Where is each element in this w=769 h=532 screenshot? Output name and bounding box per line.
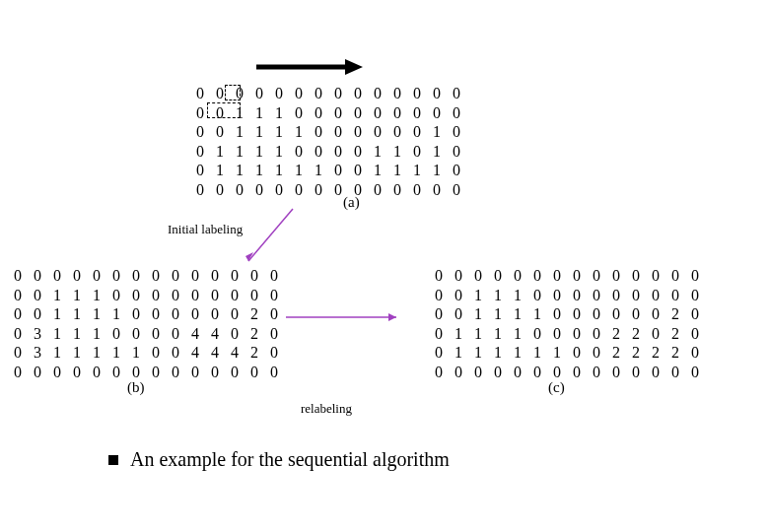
matrix-cell: 0: [348, 142, 368, 162]
matrix-cell: 0: [8, 304, 28, 324]
matrix-cell: 0: [449, 363, 468, 382]
matrix-cell: 1: [106, 304, 126, 324]
matrix-cell: 0: [28, 363, 47, 382]
matrix-cell: 1: [210, 161, 230, 180]
matrix-cell: 0: [447, 180, 466, 200]
matrix-cell: 0: [368, 180, 387, 200]
matrix-cell: 0: [646, 304, 665, 324]
matrix-cell: 2: [606, 324, 626, 344]
matrix-cell: 1: [249, 161, 269, 180]
matrix-cell: 1: [468, 286, 488, 305]
label-c: (c): [548, 379, 565, 396]
matrix-cell: 0: [185, 363, 205, 382]
matrix-cell: 1: [87, 324, 106, 344]
matrix-cell: 2: [665, 324, 685, 344]
matrix-cell: 0: [348, 122, 368, 142]
matrix-cell: 0: [665, 266, 685, 286]
matrix-cell: 0: [508, 363, 527, 382]
matrix-cell: 0: [309, 103, 328, 123]
matrix-cell: 0: [190, 180, 210, 200]
matrix-cell: 0: [67, 363, 87, 382]
matrix-cell: 0: [269, 84, 289, 103]
matrix-cell: 0: [225, 363, 245, 382]
matrix-cell: 0: [685, 266, 705, 286]
matrix-cell: 0: [225, 304, 245, 324]
matrix-cell: 1: [427, 142, 447, 162]
matrix-cell: 0: [567, 363, 587, 382]
matrix-cell: 0: [587, 343, 606, 363]
matrix-cell: 0: [264, 343, 284, 363]
matrix-cell: 0: [249, 84, 269, 103]
matrix-cell: 0: [567, 343, 587, 363]
matrix-cell: 0: [190, 84, 210, 103]
matrix-cell: 0: [249, 180, 269, 200]
matrix-cell: 0: [646, 324, 665, 344]
matrix-cell: 1: [47, 343, 67, 363]
matrix-cell: 4: [205, 343, 225, 363]
matrix-cell: 0: [146, 286, 166, 305]
matrix-cell: 1: [87, 286, 106, 305]
matrix-cell: 1: [309, 161, 328, 180]
relabeling-text: relabeling: [301, 401, 352, 417]
matrix-cell: 0: [166, 266, 185, 286]
matrix-cell: 0: [309, 142, 328, 162]
matrix-cell: 0: [210, 84, 230, 103]
matrix-cell: 0: [429, 324, 449, 344]
matrix-c: 0000000000000000111000000000001111000000…: [429, 266, 705, 382]
matrix-cell: 0: [309, 122, 328, 142]
matrix-cell: 0: [468, 266, 488, 286]
matrix-cell: 1: [468, 304, 488, 324]
matrix-cell: 0: [429, 363, 449, 382]
initial-labeling-text: Initial labeling: [168, 222, 243, 237]
matrix-cell: 1: [508, 324, 527, 344]
matrix-cell: 1: [488, 343, 508, 363]
matrix-cell: 0: [547, 286, 567, 305]
matrix-cell: 0: [368, 103, 387, 123]
matrix-cell: 1: [547, 343, 567, 363]
matrix-cell: 1: [269, 103, 289, 123]
matrix-cell: 0: [685, 363, 705, 382]
matrix-cell: 0: [407, 180, 427, 200]
matrix-cell: 2: [606, 343, 626, 363]
matrix-cell: 1: [427, 161, 447, 180]
matrix-cell: 0: [47, 363, 67, 382]
matrix-cell: 0: [387, 122, 407, 142]
matrix-cell: 0: [166, 304, 185, 324]
bullet-icon: [108, 455, 118, 465]
matrix-cell: 0: [468, 363, 488, 382]
matrix-cell: 0: [264, 286, 284, 305]
matrix-cell: 0: [626, 266, 646, 286]
matrix-cell: 0: [146, 266, 166, 286]
matrix-cell: 0: [407, 84, 427, 103]
matrix-cell: 0: [407, 142, 427, 162]
matrix-cell: 0: [567, 304, 587, 324]
matrix-cell: 0: [626, 363, 646, 382]
matrix-cell: 1: [508, 304, 527, 324]
matrix-cell: 1: [468, 343, 488, 363]
matrix-cell: 0: [106, 266, 126, 286]
matrix-cell: 1: [249, 142, 269, 162]
matrix-cell: 0: [264, 266, 284, 286]
matrix-cell: 1: [407, 161, 427, 180]
matrix-cell: 0: [587, 266, 606, 286]
matrix-cell: 1: [468, 324, 488, 344]
matrix-cell: 0: [289, 103, 309, 123]
matrix-cell: 1: [488, 324, 508, 344]
matrix-cell: 0: [427, 103, 447, 123]
matrix-cell: 0: [185, 266, 205, 286]
svg-line-2: [248, 209, 293, 261]
matrix-cell: 0: [547, 266, 567, 286]
matrix-cell: 2: [245, 324, 264, 344]
matrix-cell: 1: [387, 161, 407, 180]
matrix-cell: 0: [685, 286, 705, 305]
matrix-cell: 0: [245, 286, 264, 305]
matrix-cell: 0: [447, 84, 466, 103]
matrix-cell: 0: [567, 324, 587, 344]
matrix-cell: 0: [87, 266, 106, 286]
matrix-cell: 1: [368, 161, 387, 180]
matrix-cell: 0: [47, 266, 67, 286]
svg-marker-1: [345, 59, 363, 75]
matrix-a: 0000000000000000111000000000001111000000…: [190, 84, 466, 200]
matrix-cell: 0: [8, 286, 28, 305]
matrix-cell: 0: [429, 286, 449, 305]
